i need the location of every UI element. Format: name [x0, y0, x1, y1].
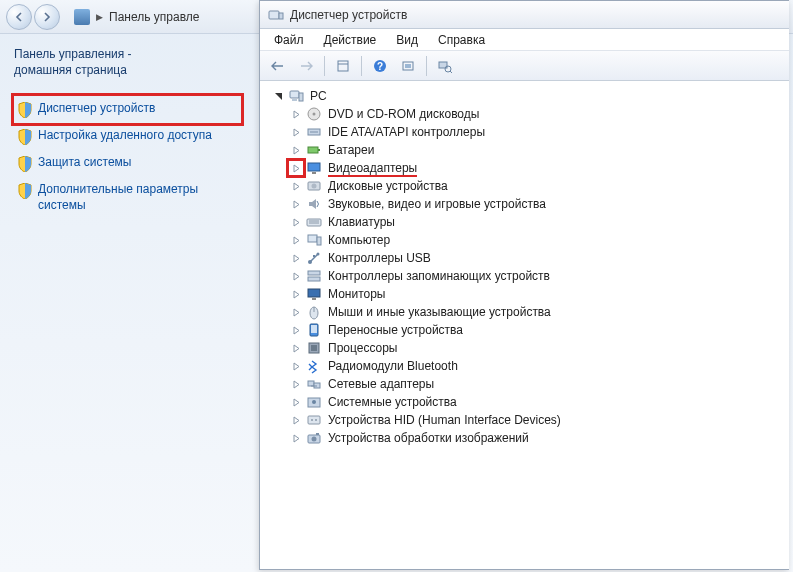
tree-node[interactable]: Мониторы: [288, 285, 789, 303]
tree-node-label: Переносные устройства: [328, 323, 463, 337]
network-icon: [306, 376, 322, 392]
expand-arrow-icon[interactable]: [290, 252, 302, 264]
breadcrumb[interactable]: ▶ Панель управле: [74, 9, 199, 25]
toolbar-forward-button[interactable]: [294, 55, 318, 77]
svg-point-23: [312, 184, 317, 189]
menu-item[interactable]: Файл: [264, 31, 314, 49]
storage-icon: [306, 268, 322, 284]
monitor-icon: [306, 286, 322, 302]
expand-arrow-icon[interactable]: [290, 180, 302, 192]
tree-node-label: Устройства обработки изображений: [328, 431, 529, 445]
tree-node-label: Дисковые устройства: [328, 179, 448, 193]
svg-rect-7: [405, 64, 411, 68]
toolbar-separator: [426, 56, 427, 76]
tree-node[interactable]: Дисковые устройства: [288, 177, 789, 195]
tree-node-label: DVD и CD-ROM дисководы: [328, 107, 479, 121]
forward-button[interactable]: [34, 4, 60, 30]
control-panel-sidebar: Панель управления - домашняя страница Ди…: [0, 34, 255, 231]
tree-root-label: PC: [310, 89, 327, 103]
cp-home-link[interactable]: Панель управления - домашняя страница: [14, 46, 241, 78]
tree-node-label: Системные устройства: [328, 395, 457, 409]
tree-node[interactable]: Переносные устройства: [288, 321, 789, 339]
expand-arrow-icon[interactable]: [290, 324, 302, 336]
window-title: Диспетчер устройств: [290, 8, 407, 22]
menu-item[interactable]: Действие: [314, 31, 387, 49]
sidebar-link[interactable]: Дополнительные параметры системы: [14, 177, 241, 218]
toolbar-back-button[interactable]: [266, 55, 290, 77]
sidebar-link[interactable]: Диспетчер устройств: [14, 96, 241, 123]
toolbar-separator: [324, 56, 325, 76]
tree-root-node[interactable]: PC: [268, 87, 789, 105]
expand-arrow-icon[interactable]: [290, 198, 302, 210]
svg-point-48: [311, 419, 313, 421]
expand-arrow-icon[interactable]: [290, 288, 302, 300]
tree-node[interactable]: IDE ATA/ATAPI контроллеры: [288, 123, 789, 141]
tree-node[interactable]: Компьютер: [288, 231, 789, 249]
display-icon: [306, 160, 322, 176]
mouse-icon: [306, 304, 322, 320]
bluetooth-icon: [306, 358, 322, 374]
toolbar-properties-button[interactable]: [331, 55, 355, 77]
svg-rect-31: [313, 255, 315, 257]
tree-node[interactable]: Сетевые адаптеры: [288, 375, 789, 393]
sidebar-link-label: Настройка удаленного доступа: [38, 128, 212, 144]
tree-node[interactable]: Радиомодули Bluetooth: [288, 357, 789, 375]
expand-arrow-icon[interactable]: [272, 90, 284, 102]
sidebar-link[interactable]: Защита системы: [14, 150, 241, 177]
svg-rect-0: [269, 11, 279, 19]
svg-point-51: [312, 437, 317, 442]
cpu-icon: [306, 340, 322, 356]
sidebar-link[interactable]: Настройка удаленного доступа: [14, 123, 241, 150]
tree-node[interactable]: Процессоры: [288, 339, 789, 357]
tree-node-label: Видеоадаптеры: [328, 161, 417, 175]
menu-item[interactable]: Справка: [428, 31, 495, 49]
shield-icon: [18, 156, 32, 172]
expand-arrow-icon[interactable]: [290, 144, 302, 156]
svg-rect-41: [311, 345, 317, 351]
back-button[interactable]: [6, 4, 32, 30]
tree-node-label: IDE ATA/ATAPI контроллеры: [328, 125, 485, 139]
tree-node[interactable]: DVD и CD-ROM дисководы: [288, 105, 789, 123]
svg-rect-18: [308, 147, 318, 153]
menu-item[interactable]: Вид: [386, 31, 428, 49]
sound-icon: [306, 196, 322, 212]
tree-node[interactable]: Устройства HID (Human Interface Devices): [288, 411, 789, 429]
tree-node-label: Клавиатуры: [328, 215, 395, 229]
expand-arrow-icon[interactable]: [290, 234, 302, 246]
toolbar-scan-button[interactable]: [396, 55, 420, 77]
expand-arrow-icon[interactable]: [290, 378, 302, 390]
tree-node-label: Сетевые адаптеры: [328, 377, 434, 391]
expand-arrow-icon[interactable]: [290, 432, 302, 444]
tree-node[interactable]: Звуковые, видео и игровые устройства: [288, 195, 789, 213]
expand-arrow-icon[interactable]: [290, 126, 302, 138]
device-tree[interactable]: PC DVD и CD-ROM дисководыIDE ATA/ATAPI к…: [260, 81, 789, 569]
tree-node[interactable]: Батареи: [288, 141, 789, 159]
computer-icon: [288, 88, 304, 104]
expand-arrow-icon[interactable]: [290, 270, 302, 282]
tree-node[interactable]: Клавиатуры: [288, 213, 789, 231]
svg-rect-1: [279, 13, 283, 19]
keyboard-icon: [306, 214, 322, 230]
tree-node[interactable]: Видеоадаптеры: [288, 159, 789, 177]
ide-icon: [306, 124, 322, 140]
expand-arrow-icon[interactable]: [290, 162, 302, 174]
tree-node[interactable]: Системные устройства: [288, 393, 789, 411]
expand-arrow-icon[interactable]: [290, 216, 302, 228]
expand-arrow-icon[interactable]: [290, 360, 302, 372]
expand-arrow-icon[interactable]: [290, 306, 302, 318]
usb-icon: [306, 250, 322, 266]
svg-rect-42: [308, 381, 314, 386]
toolbar-show-hidden-button[interactable]: [433, 55, 457, 77]
expand-arrow-icon[interactable]: [290, 396, 302, 408]
expand-arrow-icon[interactable]: [290, 414, 302, 426]
expand-arrow-icon[interactable]: [290, 108, 302, 120]
tree-node[interactable]: Контроллеры USB: [288, 249, 789, 267]
svg-rect-13: [299, 93, 303, 101]
tree-node[interactable]: Устройства обработки изображений: [288, 429, 789, 447]
expand-arrow-icon[interactable]: [290, 342, 302, 354]
tree-node[interactable]: Мыши и иные указывающие устройства: [288, 303, 789, 321]
toolbar-help-button[interactable]: ?: [368, 55, 392, 77]
tree-node[interactable]: Контроллеры запоминающих устройств: [288, 267, 789, 285]
svg-point-30: [317, 253, 320, 256]
shield-icon: [18, 102, 32, 118]
